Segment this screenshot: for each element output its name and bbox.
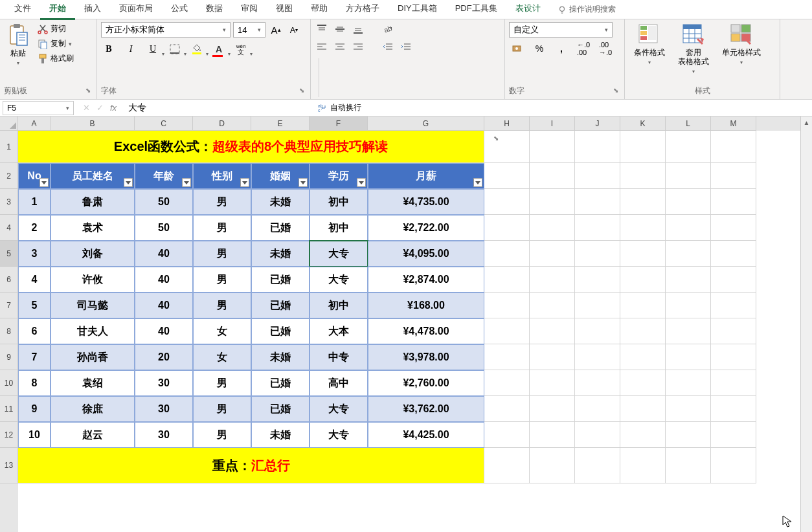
table-header-0[interactable]: No: [18, 163, 51, 189]
phonetic-button[interactable]: wén文: [233, 41, 249, 57]
tab-7[interactable]: 视图: [267, 0, 302, 20]
table-header-2[interactable]: 年龄: [135, 163, 193, 189]
empty-cell[interactable]: [620, 267, 666, 293]
tab-4[interactable]: 公式: [162, 0, 197, 20]
table-cell[interactable]: 中专: [310, 344, 368, 370]
empty-cell[interactable]: [484, 267, 530, 293]
tab-5[interactable]: 数据: [197, 0, 232, 20]
table-cell[interactable]: 大专: [310, 267, 368, 293]
empty-cell[interactable]: [530, 344, 575, 370]
empty-cell[interactable]: [620, 422, 666, 448]
tab-1[interactable]: 开始: [40, 0, 75, 20]
empty-cell[interactable]: [666, 241, 711, 267]
table-cell[interactable]: 女: [193, 344, 251, 370]
empty-cell[interactable]: [711, 344, 756, 370]
decrease-indent-button[interactable]: [381, 40, 395, 54]
empty-cell[interactable]: [620, 215, 666, 241]
empty-cell[interactable]: [666, 344, 711, 370]
row-header-5[interactable]: 5: [0, 241, 18, 267]
italic-button[interactable]: I: [123, 41, 139, 57]
cell-styles-button[interactable]: 单元格样式▾: [717, 22, 766, 69]
dialog-launcher-icon[interactable]: ⬊: [84, 87, 93, 96]
empty-cell[interactable]: [575, 344, 620, 370]
paste-button[interactable]: 粘贴 ▾: [4, 22, 32, 67]
empty-cell[interactable]: [530, 293, 575, 318]
formula-input[interactable]: 大专: [123, 101, 812, 115]
empty-cell[interactable]: [530, 396, 575, 422]
decrease-font-button[interactable]: A▾: [286, 22, 302, 38]
empty-cell[interactable]: [620, 293, 666, 318]
table-cell[interactable]: 2: [18, 215, 51, 241]
col-header-B[interactable]: B: [51, 116, 135, 131]
empty-cell[interactable]: [711, 241, 756, 267]
empty-cell[interactable]: [530, 215, 575, 241]
scroll-up-icon[interactable]: ▲: [801, 116, 812, 128]
name-box[interactable]: F5▾: [3, 101, 74, 115]
table-cell[interactable]: ¥3,978.00: [368, 344, 484, 370]
empty-cell[interactable]: [711, 293, 756, 318]
copy-button[interactable]: 复制 ▾: [35, 37, 76, 50]
table-cell[interactable]: 已婚: [251, 396, 310, 422]
table-cell[interactable]: 已婚: [251, 293, 310, 318]
table-cell[interactable]: 鲁肃: [51, 189, 135, 215]
row-header-12[interactable]: 12: [0, 422, 18, 448]
align-bottom-button[interactable]: [351, 22, 365, 36]
table-cell[interactable]: 已婚: [251, 267, 310, 293]
table-cell[interactable]: 4: [18, 267, 51, 293]
empty-cell[interactable]: [575, 189, 620, 215]
table-cell[interactable]: 甘夫人: [51, 318, 135, 344]
empty-cell[interactable]: [575, 370, 620, 396]
table-cell[interactable]: 6: [18, 318, 51, 344]
empty-cell[interactable]: [575, 163, 620, 189]
table-cell[interactable]: ¥168.00: [368, 293, 484, 318]
empty-cell[interactable]: [530, 267, 575, 293]
table-cell[interactable]: 已婚: [251, 370, 310, 396]
table-cell[interactable]: 30: [135, 422, 193, 448]
empty-cell[interactable]: [620, 131, 666, 163]
empty-cell[interactable]: [484, 344, 530, 370]
col-header-C[interactable]: C: [135, 116, 193, 131]
col-header-G[interactable]: G: [368, 116, 484, 131]
empty-cell[interactable]: [620, 163, 666, 189]
col-header-I[interactable]: I: [530, 116, 575, 131]
row-header-4[interactable]: 4: [0, 215, 18, 241]
tab-11[interactable]: PDF工具集: [446, 0, 506, 20]
table-cell[interactable]: 已婚: [251, 318, 310, 344]
empty-cell[interactable]: [620, 241, 666, 267]
table-cell[interactable]: 司马懿: [51, 293, 135, 318]
filter-icon[interactable]: [357, 178, 366, 187]
fill-color-button[interactable]: [189, 41, 205, 57]
empty-cell[interactable]: [666, 215, 711, 241]
row-header-2[interactable]: 2: [0, 163, 18, 189]
empty-cell[interactable]: [530, 448, 575, 483]
table-header-1[interactable]: 员工姓名: [51, 163, 135, 189]
table-cell[interactable]: 40: [135, 293, 193, 318]
tab-6[interactable]: 审阅: [232, 0, 267, 20]
table-cell[interactable]: 40: [135, 241, 193, 267]
empty-cell[interactable]: [484, 215, 530, 241]
empty-cell[interactable]: [666, 396, 711, 422]
filter-icon[interactable]: [299, 178, 308, 187]
empty-cell[interactable]: [484, 318, 530, 344]
table-cell[interactable]: 男: [193, 241, 251, 267]
empty-cell[interactable]: [575, 396, 620, 422]
align-right-button[interactable]: [351, 40, 365, 54]
empty-cell[interactable]: [530, 318, 575, 344]
format-table-button[interactable]: 套用 表格格式▾: [673, 22, 714, 78]
empty-cell[interactable]: [711, 189, 756, 215]
empty-cell[interactable]: [484, 293, 530, 318]
table-cell[interactable]: 50: [135, 215, 193, 241]
empty-cell[interactable]: [575, 293, 620, 318]
empty-cell[interactable]: [666, 422, 711, 448]
filter-icon[interactable]: [473, 178, 482, 187]
table-cell[interactable]: 男: [193, 396, 251, 422]
font-size-select[interactable]: 14▾: [233, 22, 265, 38]
align-left-button[interactable]: [315, 40, 329, 54]
filter-icon[interactable]: [124, 178, 133, 187]
tab-9[interactable]: 方方格子: [337, 0, 389, 20]
conditional-format-button[interactable]: 条件格式▾: [629, 22, 670, 69]
table-cell[interactable]: 30: [135, 370, 193, 396]
decrease-decimal-button[interactable]: .00→.0: [597, 41, 614, 56]
empty-cell[interactable]: [484, 422, 530, 448]
empty-cell[interactable]: [575, 215, 620, 241]
